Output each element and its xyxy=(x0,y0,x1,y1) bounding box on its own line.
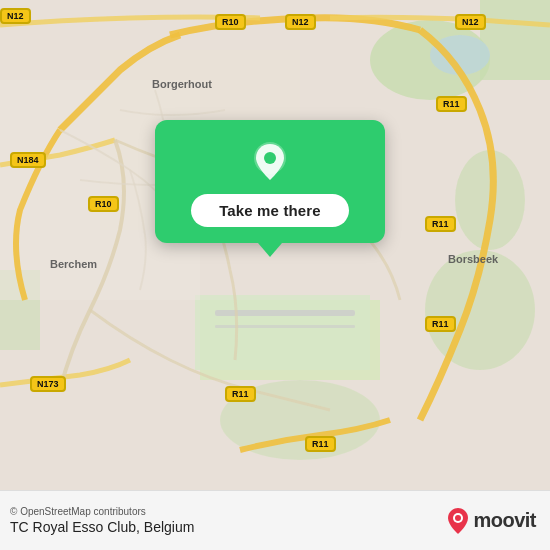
road-badge-n12-top-center: N12 xyxy=(285,14,316,30)
svg-text:Borgerhout: Borgerhout xyxy=(152,78,212,90)
road-badge-n12-top-right: N12 xyxy=(455,14,486,30)
map-container: Borgerhout Berchem Borsbeek R10 N12 N12 … xyxy=(0,0,550,490)
road-badge-n12-top-left: N12 xyxy=(0,8,31,24)
svg-point-20 xyxy=(455,515,461,521)
moovit-logo-icon xyxy=(447,507,469,535)
svg-rect-8 xyxy=(195,295,370,370)
svg-rect-2 xyxy=(480,0,550,80)
osm-credit: © OpenStreetMap contributors xyxy=(10,506,194,517)
road-badge-r11-bottom-center: R11 xyxy=(225,386,256,402)
svg-text:Berchem: Berchem xyxy=(50,258,97,270)
road-badge-r10-top: R10 xyxy=(215,14,246,30)
location-name: TC Royal Esso Club, Belgium xyxy=(10,519,194,535)
svg-text:Borsbeek: Borsbeek xyxy=(448,253,499,265)
road-badge-n173: N173 xyxy=(30,376,66,392)
moovit-logo: moovit xyxy=(447,507,536,535)
bottom-left-info: © OpenStreetMap contributors TC Royal Es… xyxy=(10,506,194,535)
road-badge-r10-left: R10 xyxy=(88,196,119,212)
moovit-brand-text: moovit xyxy=(473,509,536,532)
location-popup: Take me there xyxy=(155,120,385,243)
road-badge-r11-bottom: R11 xyxy=(305,436,336,452)
road-badge-n184: N184 xyxy=(10,152,46,168)
bottom-bar: © OpenStreetMap contributors TC Royal Es… xyxy=(0,490,550,550)
road-badge-r11-right-mid: R11 xyxy=(425,216,456,232)
take-me-there-button[interactable]: Take me there xyxy=(191,194,349,227)
map-pin-icon xyxy=(248,140,292,184)
svg-point-18 xyxy=(264,152,276,164)
road-badge-r11-right-lower: R11 xyxy=(425,316,456,332)
road-badge-r11-top-right: R11 xyxy=(436,96,467,112)
